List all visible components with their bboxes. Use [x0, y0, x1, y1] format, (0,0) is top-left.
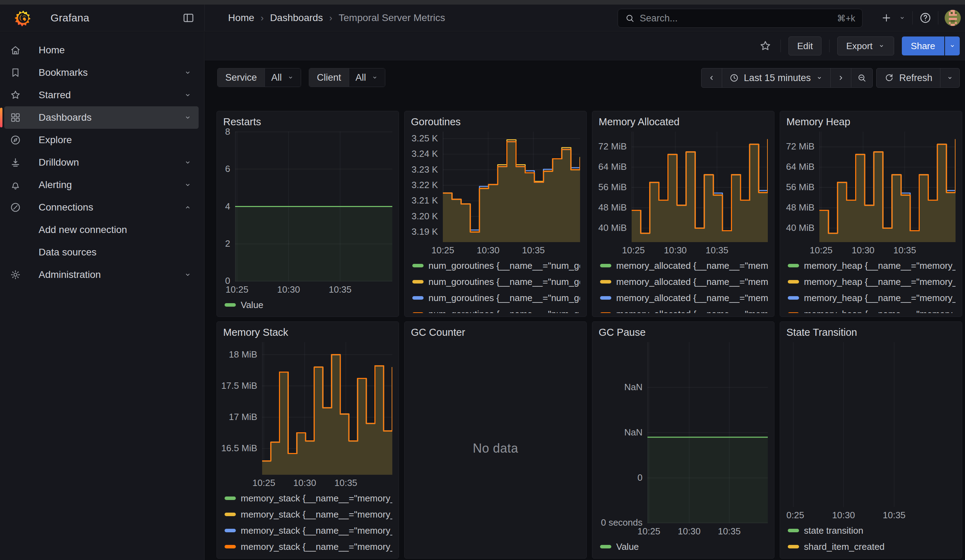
brand-title: Grafana	[51, 12, 90, 24]
help-icon[interactable]	[919, 11, 932, 24]
add-chevron-icon[interactable]	[898, 14, 906, 22]
sidebar-item-home[interactable]: Home	[4, 39, 199, 61]
refresh-icon	[884, 73, 894, 83]
legend-series-marker	[224, 545, 236, 549]
legend-item[interactable]: memory_heap {__name__="memory_h	[788, 290, 955, 306]
panel-title[interactable]: Memory Heap	[787, 116, 955, 132]
chart-plot[interactable]	[262, 342, 392, 475]
legend-item[interactable]: memory_allocated {__name__="memo	[600, 274, 768, 290]
chart-plot[interactable]	[787, 342, 955, 507]
edit-button[interactable]: Edit	[788, 36, 822, 56]
sidebar-item-label: Drilldown	[39, 157, 183, 168]
chart-plot[interactable]	[648, 342, 768, 523]
chart-plot[interactable]	[443, 132, 580, 242]
chevron-down-icon	[183, 158, 192, 167]
legend-item[interactable]: memory_heap {__name__="memory_h	[788, 258, 955, 274]
legend-item[interactable]: memory_stack {__name__="memory_s	[224, 539, 392, 555]
dashboard-canvas: Service All Client All Last 15 minutes	[205, 60, 965, 560]
chevron-down-icon	[183, 270, 192, 279]
legend-series-label: memory_heap {__name__="memory_h	[804, 292, 955, 304]
x-axis-labels: 10:2510:3010:35	[443, 242, 580, 257]
legend-item[interactable]: num_goroutines {__name__="num_go	[412, 290, 580, 306]
legend-item[interactable]: state transition	[788, 522, 955, 539]
legend-item[interactable]: num_goroutines {__name__="num_go	[412, 258, 580, 274]
sidebar-item-data-sources[interactable]: Data sources	[4, 241, 199, 263]
legend-series-label: num_goroutines {__name__="num_go	[429, 276, 580, 287]
sidebar-item-starred[interactable]: Starred	[4, 84, 199, 106]
chevron-up-icon	[183, 203, 192, 212]
time-shift-back-button[interactable]	[702, 69, 722, 87]
share-chevron-button[interactable]	[944, 36, 960, 56]
legend-item[interactable]: Value	[600, 539, 768, 555]
legend-item[interactable]: Value	[224, 297, 392, 313]
chevron-down-icon	[183, 68, 192, 77]
legend-item[interactable]: num_goroutines {__name__="num_go	[412, 274, 580, 290]
legend-item[interactable]: memory_stack {__name__="memory_s	[224, 490, 392, 506]
client-filter-value[interactable]: All	[349, 69, 385, 87]
legend-item[interactable]: num_goroutines {__name__="num_go	[412, 306, 580, 313]
panel-title[interactable]: GC Counter	[411, 327, 580, 342]
sidebar-item-add-new-connection[interactable]: Add new connection	[4, 219, 199, 241]
refresh-interval-chevron-button[interactable]	[940, 69, 959, 87]
sidebar-item-alerting[interactable]: Alerting	[4, 174, 199, 196]
sidebar-item-connections[interactable]: Connections	[4, 196, 199, 219]
breadcrumb-item[interactable]: Dashboards	[270, 12, 323, 23]
client-filter-label: Client	[309, 69, 349, 87]
time-shift-forward-button[interactable]	[830, 69, 851, 87]
refresh-group: Refresh	[876, 68, 960, 88]
panel-title[interactable]: Memory Allocated	[599, 116, 768, 132]
legend-item[interactable]: shard_item_created	[788, 539, 955, 555]
bookmark-icon	[10, 67, 21, 78]
avatar[interactable]	[945, 10, 961, 26]
share-button[interactable]: Share	[902, 36, 944, 56]
breadcrumb-item[interactable]: Home	[228, 12, 254, 23]
sidebar-item-explore[interactable]: Explore	[4, 129, 199, 151]
legend-series-marker	[600, 545, 611, 549]
legend-item[interactable]: memory_allocated {__name__="memo	[600, 258, 768, 274]
legend-item[interactable]: memory_stack {__name__="memory_s	[224, 506, 392, 522]
search-input[interactable]: Search... ⌘+k	[618, 9, 862, 28]
legend: memory_stack {__name__="memory_smemory_s…	[223, 490, 392, 555]
service-filter-value[interactable]: All	[265, 69, 301, 87]
panel-memory-allocated: Memory Allocated72 MiB64 MiB56 MiB48 MiB…	[592, 111, 774, 317]
chart-plot[interactable]	[235, 132, 392, 281]
panel-title[interactable]: Memory Stack	[223, 327, 392, 342]
search-icon	[625, 13, 635, 23]
zoom-out-button[interactable]	[851, 69, 872, 87]
legend-series-label: memory_allocated {__name__="memo	[616, 276, 768, 287]
panel-restarts: Restarts8642010:2510:3010:35Value	[216, 111, 399, 317]
sidebar-item-dashboards[interactable]: Dashboards	[4, 106, 199, 129]
sidebar-item-drilldown[interactable]: Drilldown	[4, 151, 199, 174]
legend-item[interactable]: memory_heap {__name__="memory_h	[788, 274, 955, 290]
legend-item[interactable]: memory_heap {__name__="memory_h	[788, 306, 955, 313]
refresh-button[interactable]: Refresh	[877, 69, 940, 87]
grid-icon	[10, 112, 21, 123]
export-button[interactable]: Export	[837, 36, 894, 56]
legend-item[interactable]: memory_allocated {__name__="memo	[600, 306, 768, 313]
bell-icon	[10, 179, 21, 191]
breadcrumb-item: Temporal Server Metrics	[339, 12, 445, 23]
sidebar-item-label: Dashboards	[39, 112, 183, 123]
add-icon[interactable]	[881, 12, 892, 23]
sidebar-item-administration[interactable]: Administration	[4, 263, 199, 286]
header-brand-section: Grafana	[0, 5, 204, 31]
sidebar-item-bookmarks[interactable]: Bookmarks	[4, 61, 199, 84]
legend-item[interactable]: memory_allocated {__name__="memo	[600, 290, 768, 306]
chevron-down-icon	[183, 113, 192, 122]
x-axis-labels: 10:2510:3010:35	[262, 475, 392, 490]
panel-title[interactable]: Goroutines	[411, 116, 580, 132]
panel-title[interactable]: Restarts	[223, 116, 392, 132]
sidebar-item-label: Bookmarks	[39, 67, 183, 78]
chart-plot[interactable]	[819, 132, 955, 242]
breadcrumb-separator: ›	[261, 13, 264, 23]
legend: memory_heap {__name__="memory_hmemory_he…	[787, 258, 955, 313]
legend-series-marker	[412, 312, 424, 313]
legend-item[interactable]: memory_stack {__name__="memory_s	[224, 522, 392, 539]
panel-title[interactable]: State Transition	[787, 327, 955, 342]
sidebar-toggle-icon[interactable]	[182, 11, 195, 24]
sidebar-item-label: Data sources	[39, 247, 192, 258]
panel-title[interactable]: GC Pause	[599, 327, 768, 342]
time-range-picker[interactable]: Last 15 minutes	[722, 69, 831, 87]
star-icon[interactable]	[758, 39, 773, 53]
chart-plot[interactable]	[631, 132, 768, 242]
